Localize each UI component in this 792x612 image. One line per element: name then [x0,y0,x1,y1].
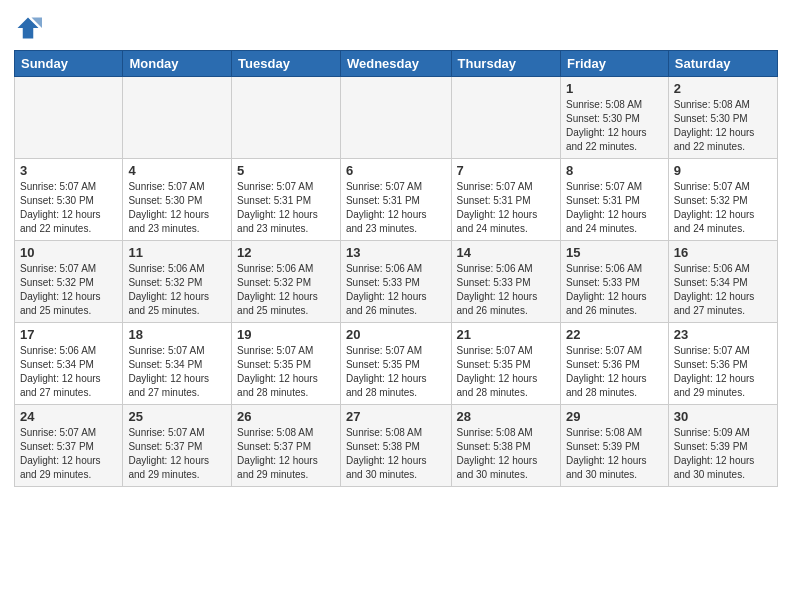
day-number: 17 [20,327,117,342]
calendar-cell: 17Sunrise: 5:06 AM Sunset: 5:34 PM Dayli… [15,323,123,405]
day-number: 29 [566,409,663,424]
day-info: Sunrise: 5:07 AM Sunset: 5:35 PM Dayligh… [237,344,335,400]
calendar-week-row: 10Sunrise: 5:07 AM Sunset: 5:32 PM Dayli… [15,241,778,323]
calendar-cell: 7Sunrise: 5:07 AM Sunset: 5:31 PM Daylig… [451,159,560,241]
day-info: Sunrise: 5:06 AM Sunset: 5:33 PM Dayligh… [457,262,555,318]
calendar-cell: 24Sunrise: 5:07 AM Sunset: 5:37 PM Dayli… [15,405,123,487]
calendar-cell: 3Sunrise: 5:07 AM Sunset: 5:30 PM Daylig… [15,159,123,241]
day-info: Sunrise: 5:07 AM Sunset: 5:36 PM Dayligh… [674,344,772,400]
day-number: 26 [237,409,335,424]
calendar-cell: 6Sunrise: 5:07 AM Sunset: 5:31 PM Daylig… [340,159,451,241]
day-info: Sunrise: 5:06 AM Sunset: 5:33 PM Dayligh… [566,262,663,318]
day-header-saturday: Saturday [668,51,777,77]
logo-icon [14,14,42,42]
day-number: 18 [128,327,226,342]
day-number: 28 [457,409,555,424]
calendar-cell [15,77,123,159]
day-info: Sunrise: 5:08 AM Sunset: 5:30 PM Dayligh… [566,98,663,154]
calendar-cell: 11Sunrise: 5:06 AM Sunset: 5:32 PM Dayli… [123,241,232,323]
calendar-cell: 4Sunrise: 5:07 AM Sunset: 5:30 PM Daylig… [123,159,232,241]
day-number: 5 [237,163,335,178]
day-info: Sunrise: 5:07 AM Sunset: 5:32 PM Dayligh… [674,180,772,236]
calendar-cell: 26Sunrise: 5:08 AM Sunset: 5:37 PM Dayli… [232,405,341,487]
day-info: Sunrise: 5:06 AM Sunset: 5:32 PM Dayligh… [237,262,335,318]
calendar-cell [123,77,232,159]
day-number: 14 [457,245,555,260]
day-number: 20 [346,327,446,342]
day-info: Sunrise: 5:07 AM Sunset: 5:35 PM Dayligh… [346,344,446,400]
calendar-cell: 2Sunrise: 5:08 AM Sunset: 5:30 PM Daylig… [668,77,777,159]
day-info: Sunrise: 5:07 AM Sunset: 5:37 PM Dayligh… [20,426,117,482]
day-info: Sunrise: 5:07 AM Sunset: 5:32 PM Dayligh… [20,262,117,318]
day-info: Sunrise: 5:07 AM Sunset: 5:30 PM Dayligh… [20,180,117,236]
day-number: 7 [457,163,555,178]
calendar-cell [340,77,451,159]
day-info: Sunrise: 5:08 AM Sunset: 5:38 PM Dayligh… [457,426,555,482]
day-number: 9 [674,163,772,178]
day-header-wednesday: Wednesday [340,51,451,77]
day-info: Sunrise: 5:07 AM Sunset: 5:31 PM Dayligh… [346,180,446,236]
day-number: 27 [346,409,446,424]
day-number: 13 [346,245,446,260]
day-number: 23 [674,327,772,342]
day-info: Sunrise: 5:08 AM Sunset: 5:37 PM Dayligh… [237,426,335,482]
calendar-cell: 30Sunrise: 5:09 AM Sunset: 5:39 PM Dayli… [668,405,777,487]
day-number: 3 [20,163,117,178]
calendar-cell: 1Sunrise: 5:08 AM Sunset: 5:30 PM Daylig… [560,77,668,159]
day-info: Sunrise: 5:06 AM Sunset: 5:32 PM Dayligh… [128,262,226,318]
calendar-cell: 23Sunrise: 5:07 AM Sunset: 5:36 PM Dayli… [668,323,777,405]
day-info: Sunrise: 5:07 AM Sunset: 5:31 PM Dayligh… [566,180,663,236]
day-info: Sunrise: 5:06 AM Sunset: 5:34 PM Dayligh… [20,344,117,400]
day-number: 30 [674,409,772,424]
day-number: 6 [346,163,446,178]
calendar-cell: 27Sunrise: 5:08 AM Sunset: 5:38 PM Dayli… [340,405,451,487]
day-number: 15 [566,245,663,260]
day-info: Sunrise: 5:08 AM Sunset: 5:39 PM Dayligh… [566,426,663,482]
day-header-tuesday: Tuesday [232,51,341,77]
calendar-cell: 20Sunrise: 5:07 AM Sunset: 5:35 PM Dayli… [340,323,451,405]
calendar-table: SundayMondayTuesdayWednesdayThursdayFrid… [14,50,778,487]
day-number: 25 [128,409,226,424]
day-number: 12 [237,245,335,260]
calendar-week-row: 3Sunrise: 5:07 AM Sunset: 5:30 PM Daylig… [15,159,778,241]
calendar-cell: 25Sunrise: 5:07 AM Sunset: 5:37 PM Dayli… [123,405,232,487]
page: SundayMondayTuesdayWednesdayThursdayFrid… [0,0,792,501]
day-info: Sunrise: 5:07 AM Sunset: 5:30 PM Dayligh… [128,180,226,236]
day-number: 1 [566,81,663,96]
calendar-cell: 14Sunrise: 5:06 AM Sunset: 5:33 PM Dayli… [451,241,560,323]
calendar-cell: 21Sunrise: 5:07 AM Sunset: 5:35 PM Dayli… [451,323,560,405]
day-info: Sunrise: 5:08 AM Sunset: 5:38 PM Dayligh… [346,426,446,482]
day-number: 2 [674,81,772,96]
day-info: Sunrise: 5:06 AM Sunset: 5:34 PM Dayligh… [674,262,772,318]
day-header-thursday: Thursday [451,51,560,77]
day-header-sunday: Sunday [15,51,123,77]
day-number: 21 [457,327,555,342]
calendar-cell: 5Sunrise: 5:07 AM Sunset: 5:31 PM Daylig… [232,159,341,241]
day-number: 4 [128,163,226,178]
calendar-week-row: 24Sunrise: 5:07 AM Sunset: 5:37 PM Dayli… [15,405,778,487]
day-number: 22 [566,327,663,342]
calendar-cell: 12Sunrise: 5:06 AM Sunset: 5:32 PM Dayli… [232,241,341,323]
day-number: 16 [674,245,772,260]
day-info: Sunrise: 5:07 AM Sunset: 5:31 PM Dayligh… [457,180,555,236]
calendar-cell: 13Sunrise: 5:06 AM Sunset: 5:33 PM Dayli… [340,241,451,323]
day-number: 19 [237,327,335,342]
logo [14,14,46,42]
day-header-friday: Friday [560,51,668,77]
day-info: Sunrise: 5:07 AM Sunset: 5:36 PM Dayligh… [566,344,663,400]
header [14,10,778,42]
day-info: Sunrise: 5:07 AM Sunset: 5:31 PM Dayligh… [237,180,335,236]
day-info: Sunrise: 5:06 AM Sunset: 5:33 PM Dayligh… [346,262,446,318]
calendar-cell: 16Sunrise: 5:06 AM Sunset: 5:34 PM Dayli… [668,241,777,323]
day-number: 8 [566,163,663,178]
day-header-monday: Monday [123,51,232,77]
calendar-cell [232,77,341,159]
day-number: 24 [20,409,117,424]
calendar-cell: 10Sunrise: 5:07 AM Sunset: 5:32 PM Dayli… [15,241,123,323]
day-info: Sunrise: 5:09 AM Sunset: 5:39 PM Dayligh… [674,426,772,482]
calendar-cell: 19Sunrise: 5:07 AM Sunset: 5:35 PM Dayli… [232,323,341,405]
day-info: Sunrise: 5:07 AM Sunset: 5:35 PM Dayligh… [457,344,555,400]
calendar-header-row: SundayMondayTuesdayWednesdayThursdayFrid… [15,51,778,77]
calendar-cell: 29Sunrise: 5:08 AM Sunset: 5:39 PM Dayli… [560,405,668,487]
calendar-cell: 22Sunrise: 5:07 AM Sunset: 5:36 PM Dayli… [560,323,668,405]
